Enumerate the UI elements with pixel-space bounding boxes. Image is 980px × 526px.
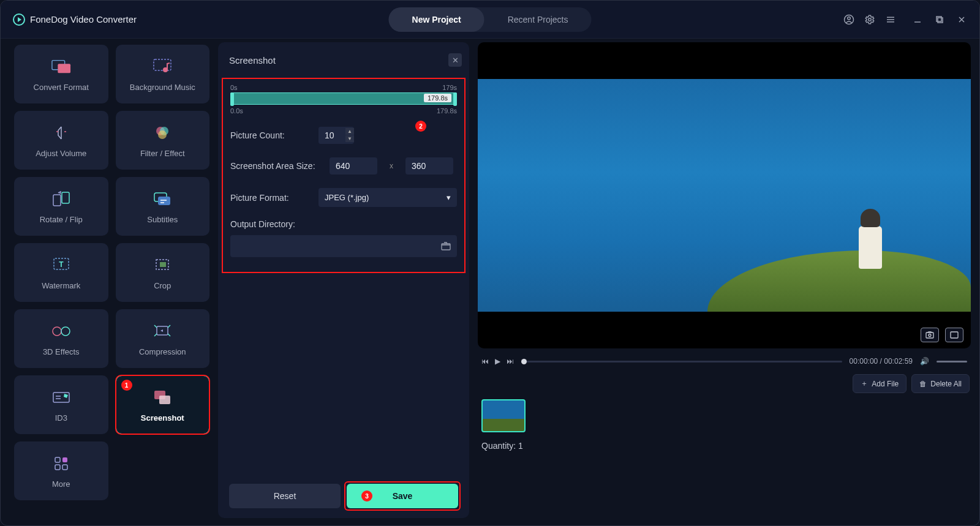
delete-all-button[interactable]: 🗑Delete All — [911, 374, 970, 393]
title-bar: FoneDog Video Converter New Project Rece… — [1, 1, 979, 39]
tool-convert-format[interactable]: Convert Format — [14, 45, 108, 103]
svg-point-1 — [848, 17, 851, 20]
menu-icon[interactable] — [885, 14, 896, 25]
svg-rect-15 — [158, 197, 170, 205]
capture-icon[interactable] — [921, 328, 939, 342]
picture-format-select[interactable]: JPEG (*.jpg) ▾ — [318, 188, 457, 207]
svg-rect-6 — [58, 64, 70, 73]
next-frame-icon[interactable]: ⏭ — [507, 357, 514, 366]
adjust-volume-icon — [51, 123, 71, 143]
tool-label: Convert Format — [34, 83, 89, 92]
tool-subtitles[interactable]: Subtitles — [116, 177, 210, 236]
svg-text:T: T — [59, 260, 64, 269]
filter-effect-icon — [153, 123, 172, 143]
output-directory-field[interactable] — [230, 235, 457, 257]
video-preview[interactable] — [478, 42, 971, 348]
panel-close-button[interactable]: ✕ — [448, 53, 462, 67]
picture-count-up[interactable]: ▲ — [345, 128, 354, 135]
queue-thumbnails — [478, 399, 971, 432]
callout-badge-2: 2 — [415, 121, 426, 132]
tool-sidebar: Convert Format Background Music Adjust V… — [1, 39, 218, 525]
add-file-button[interactable]: ＋Add File — [853, 374, 907, 393]
tool-compression[interactable]: Compression — [116, 309, 210, 368]
save-button[interactable]: 3 Save — [347, 484, 458, 508]
prev-frame-icon[interactable]: ⏮ — [481, 357, 489, 366]
reset-button[interactable]: Reset — [229, 484, 341, 508]
progress-track[interactable] — [521, 361, 842, 363]
tool-more[interactable]: More — [14, 441, 108, 500]
more-icon — [51, 454, 71, 473]
tab-recent-projects[interactable]: Recent Projects — [484, 7, 592, 32]
svg-point-20 — [53, 327, 61, 336]
chevron-down-icon: ▾ — [447, 193, 451, 202]
minimize-icon[interactable] — [912, 14, 923, 25]
tab-new-project[interactable]: New Project — [389, 7, 484, 32]
range-start-bottom: 0.0s — [230, 107, 243, 115]
svg-rect-3 — [937, 17, 941, 21]
player-controls: ⏮ ▶ ⏭ 00:00:00 / 00:02:59 🔊 — [478, 348, 971, 372]
tool-label: Adjust Volume — [36, 149, 86, 158]
svg-rect-31 — [926, 333, 933, 338]
range-track[interactable]: 179.8s — [230, 92, 457, 105]
callout-badge-1: 1 — [121, 380, 132, 391]
tool-label: Crop — [154, 281, 171, 290]
svg-rect-25 — [159, 396, 170, 404]
tool-crop[interactable]: Crop — [116, 243, 210, 302]
close-icon[interactable] — [956, 14, 967, 25]
fullscreen-icon[interactable] — [945, 328, 963, 342]
tool-3d-effects[interactable]: 3D Effects — [14, 309, 108, 368]
folder-icon[interactable] — [441, 242, 451, 250]
svg-rect-27 — [62, 457, 67, 462]
preview-column: ⏮ ▶ ⏭ 00:00:00 / 00:02:59 🔊 ＋Add File 🗑D… — [469, 39, 979, 525]
range-handle-left[interactable] — [230, 92, 234, 106]
panel-title: Screenshot — [229, 55, 276, 66]
range-handle-right[interactable] — [453, 92, 457, 106]
maximize-icon[interactable] — [934, 14, 945, 25]
svg-rect-33 — [951, 332, 958, 338]
trash-icon: 🗑 — [919, 380, 927, 388]
screenshot-settings-panel: Screenshot ✕ 2 0s 179s 179.8s 0.0s 179.8… — [218, 42, 469, 518]
project-tabs: New Project Recent Projects — [389, 7, 592, 32]
svg-point-21 — [61, 327, 70, 336]
app-title: FoneDog Video Converter — [30, 14, 137, 24]
picture-count-label: Picture Count: — [230, 130, 310, 140]
tool-watermark[interactable]: T Watermark — [14, 243, 108, 302]
tool-label: Compression — [139, 347, 186, 356]
volume-slider[interactable] — [937, 361, 967, 363]
screenshot-icon — [153, 388, 172, 407]
preview-scene — [859, 226, 882, 269]
tool-label: Rotate / Flip — [40, 215, 83, 224]
picture-count-down[interactable]: ▼ — [345, 135, 354, 142]
svg-point-2 — [869, 18, 872, 21]
background-music-icon — [153, 57, 172, 77]
volume-icon[interactable]: 🔊 — [920, 357, 929, 366]
tool-id3[interactable]: ID3 — [14, 375, 108, 434]
play-icon[interactable]: ▶ — [495, 357, 500, 366]
time-display: 00:00:00 / 00:02:59 — [850, 357, 913, 366]
queue-thumbnail[interactable] — [481, 399, 526, 432]
save-button-label: Save — [393, 491, 413, 501]
range-start-top: 0s — [230, 84, 238, 91]
area-height-input[interactable] — [405, 157, 453, 175]
progress-handle[interactable] — [521, 359, 527, 364]
callout-badge-3: 3 — [361, 490, 372, 502]
time-range-selector[interactable]: 0s 179s 179.8s 0.0s 179.8s — [230, 84, 457, 113]
tool-rotate-flip[interactable]: Rotate / Flip — [14, 177, 108, 236]
account-icon[interactable] — [843, 14, 854, 25]
area-width-input[interactable] — [330, 157, 377, 175]
subtitles-icon — [153, 189, 172, 209]
id3-icon — [51, 388, 71, 407]
svg-rect-4 — [938, 18, 943, 23]
range-end-top: 179s — [442, 84, 457, 91]
svg-point-11 — [158, 130, 167, 139]
area-size-label: Screenshot Area Size: — [230, 161, 321, 171]
svg-point-32 — [929, 334, 931, 337]
tool-background-music[interactable]: Background Music — [116, 45, 210, 103]
queue-quantity: Quantity: 1 — [478, 432, 971, 451]
crop-icon — [153, 255, 172, 275]
tool-screenshot[interactable]: 1 Screenshot — [116, 375, 210, 434]
gear-icon[interactable] — [864, 14, 875, 25]
tool-adjust-volume[interactable]: Adjust Volume — [14, 111, 108, 170]
picture-count-input[interactable] — [318, 127, 345, 144]
tool-filter-effect[interactable]: Filter / Effect — [116, 111, 210, 170]
